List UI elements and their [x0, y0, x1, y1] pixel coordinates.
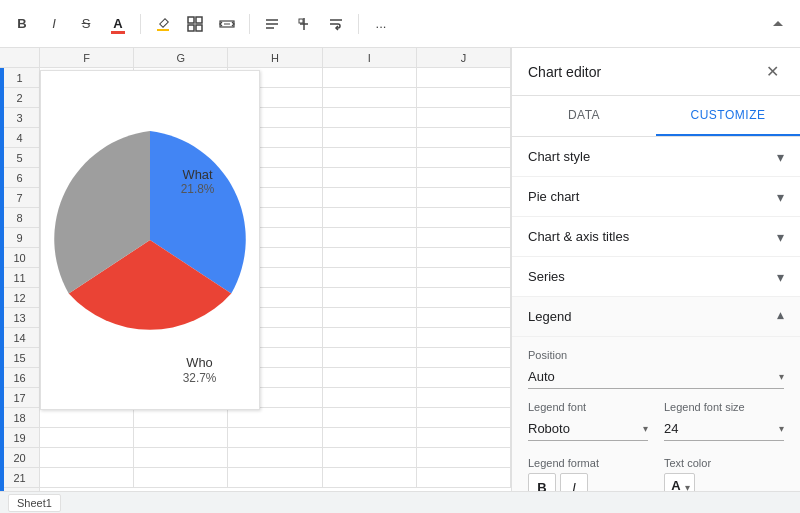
separator-2 [249, 14, 250, 34]
legend-italic-button[interactable]: I [560, 473, 588, 491]
cell[interactable] [323, 248, 417, 268]
cell[interactable] [417, 228, 511, 248]
tab-data[interactable]: DATA [512, 96, 656, 136]
section-legend[interactable]: Legend ▾ [512, 297, 800, 337]
cell[interactable] [40, 428, 134, 448]
cell[interactable] [417, 328, 511, 348]
sheet-tab[interactable]: Sheet1 [8, 494, 61, 512]
section-chart-axis-titles[interactable]: Chart & axis titles ▾ [512, 217, 800, 257]
cell[interactable] [228, 428, 322, 448]
bottom-bar: Sheet1 [0, 491, 800, 513]
grid-cells[interactable]: What 21.8% Who 32.7% [40, 68, 511, 491]
more-button[interactable]: ... [367, 10, 395, 38]
cell[interactable] [323, 268, 417, 288]
cell[interactable] [323, 228, 417, 248]
col-header-j: J [417, 48, 511, 67]
cell[interactable] [323, 168, 417, 188]
collapse-button[interactable] [764, 10, 792, 38]
svg-rect-1 [196, 17, 202, 23]
section-pie-chart[interactable]: Pie chart ▾ [512, 177, 800, 217]
cell[interactable] [323, 108, 417, 128]
legend-font-select[interactable]: Roboto ▾ [528, 417, 648, 441]
svg-text:Who: Who [186, 355, 212, 370]
tab-customize[interactable]: CUSTOMIZE [656, 96, 800, 136]
merge-button[interactable] [213, 10, 241, 38]
section-series[interactable]: Series ▾ [512, 257, 800, 297]
cell[interactable] [134, 448, 228, 468]
cell[interactable] [134, 428, 228, 448]
cell[interactable] [417, 388, 511, 408]
cell[interactable] [323, 448, 417, 468]
cell[interactable] [417, 408, 511, 428]
col-header-g: G [134, 48, 228, 67]
cell[interactable] [417, 348, 511, 368]
cell[interactable] [417, 248, 511, 268]
cell[interactable] [417, 428, 511, 448]
cell[interactable] [323, 148, 417, 168]
editor-body: Chart style ▾ Pie chart ▾ Chart & axis t… [512, 137, 800, 491]
cell[interactable] [323, 408, 417, 428]
cell[interactable] [417, 468, 511, 488]
legend-font-size-label: Legend font size [664, 401, 784, 413]
cell[interactable] [40, 448, 134, 468]
dropdown-arrow-icon: ▾ [779, 423, 784, 434]
row-6: 6 [0, 168, 40, 188]
cell[interactable] [323, 308, 417, 328]
row-numbers: 1 2 3 4 5 6 7 8 9 10 11 12 13 14 15 16 1… [0, 68, 40, 491]
italic-button[interactable]: I [40, 10, 68, 38]
cell[interactable] [417, 308, 511, 328]
cell[interactable] [323, 368, 417, 388]
cell[interactable] [417, 288, 511, 308]
cell[interactable] [323, 288, 417, 308]
cell[interactable] [134, 468, 228, 488]
cell[interactable] [323, 328, 417, 348]
svg-rect-10 [299, 19, 303, 23]
cell[interactable] [417, 168, 511, 188]
wrap-button[interactable] [322, 10, 350, 38]
cell[interactable] [323, 128, 417, 148]
text-color-button[interactable]: A ▾ [664, 473, 695, 491]
cell[interactable] [417, 448, 511, 468]
bold-button[interactable]: B [8, 10, 36, 38]
legend-bold-button[interactable]: B [528, 473, 556, 491]
close-button[interactable]: ✕ [760, 60, 784, 84]
cell[interactable] [417, 68, 511, 88]
strikethrough-button[interactable]: S [72, 10, 100, 38]
cell[interactable] [417, 148, 511, 168]
format-buttons: B I [528, 473, 648, 491]
cell[interactable] [323, 188, 417, 208]
section-chart-style[interactable]: Chart style ▾ [512, 137, 800, 177]
row-1: 1 [0, 68, 40, 88]
row-14: 14 [0, 328, 40, 348]
align-button[interactable] [258, 10, 286, 38]
cell[interactable] [323, 68, 417, 88]
cell[interactable] [417, 128, 511, 148]
col-header-h: H [228, 48, 322, 67]
row-18: 18 [0, 408, 40, 428]
cell[interactable] [417, 88, 511, 108]
position-select[interactable]: Auto ▾ [528, 365, 784, 389]
fill-color-button[interactable] [149, 10, 177, 38]
borders-button[interactable] [181, 10, 209, 38]
cell[interactable] [417, 368, 511, 388]
cell[interactable] [323, 468, 417, 488]
legend-font-size-select[interactable]: 24 ▾ [664, 417, 784, 441]
cell[interactable] [323, 348, 417, 368]
cell[interactable] [228, 468, 322, 488]
cell[interactable] [417, 188, 511, 208]
cell[interactable] [323, 208, 417, 228]
pie-chart: What 21.8% Who 32.7% [41, 71, 259, 409]
cell[interactable] [417, 208, 511, 228]
cell[interactable] [323, 388, 417, 408]
cell[interactable] [323, 428, 417, 448]
cell[interactable] [417, 268, 511, 288]
editor-title: Chart editor [528, 64, 601, 80]
valign-button[interactable] [290, 10, 318, 38]
chart-container[interactable]: What 21.8% Who 32.7% [40, 70, 260, 410]
cell[interactable] [323, 88, 417, 108]
cell[interactable] [228, 448, 322, 468]
cell[interactable] [40, 468, 134, 488]
cell[interactable] [417, 108, 511, 128]
row-7: 7 [0, 188, 40, 208]
text-color-button[interactable]: A [104, 10, 132, 38]
